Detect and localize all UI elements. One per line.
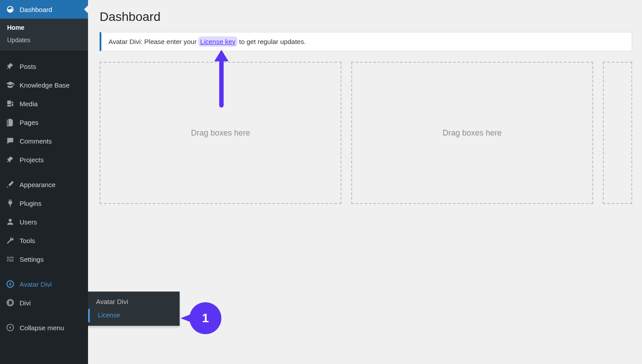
admin-sidebar: Dashboard Home Updates Posts Knowledge B… <box>0 0 88 364</box>
flyout-title[interactable]: Avatar Divi <box>88 295 180 309</box>
user-icon <box>5 217 15 227</box>
sliders-icon <box>5 254 15 264</box>
sidebar-item-label: Dashboard <box>20 6 52 13</box>
sidebar-item-label: Avatar Divi <box>20 280 52 288</box>
avatar-divi-icon <box>5 279 15 289</box>
sidebar-item-label: Posts <box>20 63 36 70</box>
sidebar-item-label: Plugins <box>20 200 41 207</box>
sidebar-item-label: Appearance <box>20 181 56 188</box>
dropzone-label: Drag boxes here <box>191 128 250 138</box>
graduation-cap-icon <box>5 80 15 90</box>
sidebar-item-label: Settings <box>20 256 44 263</box>
sidebar-item-label: Users <box>20 218 37 226</box>
sidebar-item-label: Collapse menu <box>20 324 64 332</box>
dropzone-3[interactable] <box>603 62 632 204</box>
sidebar-separator <box>0 268 88 275</box>
pages-icon <box>5 117 15 127</box>
sidebar-item-pages[interactable]: Pages <box>0 113 88 132</box>
page-title: Dashboard <box>100 10 632 24</box>
dropzone-2[interactable]: Drag boxes here <box>351 62 593 204</box>
sidebar-item-label: Comments <box>20 137 52 145</box>
sidebar-item-label: Projects <box>20 156 44 164</box>
plug-icon <box>5 198 15 208</box>
sidebar-item-divi[interactable]: Divi <box>0 293 88 312</box>
comment-icon <box>5 136 15 146</box>
sidebar-item-avatar-divi[interactable]: Avatar Divi <box>0 275 88 293</box>
sidebar-item-users[interactable]: Users <box>0 212 88 231</box>
brush-icon <box>5 180 15 189</box>
license-notice: Avatar Divi: Please enter your License k… <box>100 32 632 51</box>
sidebar-item-collapse[interactable]: Collapse menu <box>0 318 88 337</box>
sidebar-item-media[interactable]: Media <box>0 94 88 113</box>
sidebar-item-settings[interactable]: Settings <box>0 250 88 268</box>
sidebar-item-dashboard[interactable]: Dashboard <box>0 0 88 19</box>
sidebar-item-projects[interactable]: Projects <box>0 150 88 169</box>
sidebar-separator <box>0 312 88 318</box>
sidebar-item-comments[interactable]: Comments <box>0 132 88 150</box>
dropzone-1[interactable]: Drag boxes here <box>100 62 341 204</box>
sidebar-subitem-updates[interactable]: Updates <box>0 34 88 46</box>
divi-icon <box>5 298 15 308</box>
dropzone-label: Drag boxes here <box>442 128 502 138</box>
sidebar-subitem-home[interactable]: Home <box>0 21 88 34</box>
sidebar-item-tools[interactable]: Tools <box>0 231 88 250</box>
dashboard-icon <box>5 4 15 14</box>
pin-icon <box>5 155 15 164</box>
flyout-item-license[interactable]: License <box>88 309 180 322</box>
wrench-icon <box>5 236 15 245</box>
sidebar-item-label: Media <box>20 100 38 108</box>
media-icon <box>5 99 15 108</box>
sidebar-separator <box>0 51 88 57</box>
dashboard-submenu: Home Updates <box>0 19 88 51</box>
collapse-icon <box>5 323 15 332</box>
pin-icon <box>5 61 15 71</box>
avatar-divi-flyout: Avatar Divi License <box>88 292 180 326</box>
sidebar-item-appearance[interactable]: Appearance <box>0 175 88 194</box>
sidebar-item-kb[interactable]: Knowledge Base <box>0 76 88 94</box>
license-key-link[interactable]: License key <box>198 36 237 47</box>
sidebar-item-posts[interactable]: Posts <box>0 57 88 76</box>
sidebar-item-label: Knowledge Base <box>20 81 70 89</box>
sidebar-item-plugins[interactable]: Plugins <box>0 194 88 212</box>
notice-text-post: to get regular updates. <box>237 38 306 45</box>
dashboard-dropzones: Drag boxes here Drag boxes here <box>100 62 632 204</box>
sidebar-item-label: Pages <box>20 119 39 126</box>
sidebar-item-label: Divi <box>20 299 31 307</box>
sidebar-item-label: Tools <box>20 237 35 244</box>
notice-text-pre: Avatar Divi: Please enter your <box>108 38 198 45</box>
sidebar-separator <box>0 169 88 175</box>
